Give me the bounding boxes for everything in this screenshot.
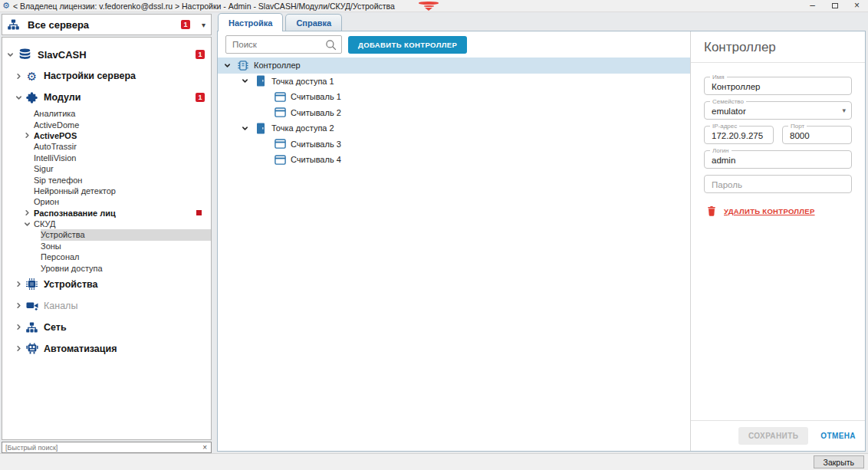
device-search <box>225 35 342 54</box>
tab-настройка[interactable]: Настройка <box>218 13 283 31</box>
minimize-button[interactable]: – <box>801 0 824 12</box>
statusbar: Закрыть <box>0 453 868 470</box>
chevron-down-icon[interactable] <box>15 94 25 101</box>
sidebar-item-label: ActiveDome <box>34 120 79 130</box>
sidebar-item-label: Устройства <box>44 279 98 290</box>
port-field-label: Порт <box>788 123 807 130</box>
reader-icon <box>274 138 286 150</box>
sidebar-item-sigur[interactable]: Sigur <box>2 163 211 174</box>
search-icon <box>325 39 337 51</box>
chevron-right-icon[interactable] <box>15 302 25 309</box>
ip-field-label: IP-адрес <box>710 123 739 130</box>
name-input[interactable] <box>705 77 851 94</box>
trash-icon <box>707 205 716 216</box>
family-select[interactable]: Семейство emulator ▾ <box>704 101 852 120</box>
sidebar-item-label: ActivePOS <box>34 131 77 140</box>
chevron-right-icon[interactable] <box>15 73 25 80</box>
password-field <box>704 175 852 193</box>
chevron-down-icon[interactable] <box>24 221 34 228</box>
camera-icon <box>25 299 38 312</box>
sidebar-item-аналитика[interactable]: Аналитика <box>2 108 211 119</box>
sidebar-item-уровни-доступа[interactable]: Уровни доступа <box>2 262 211 273</box>
chevron-right-icon[interactable] <box>24 132 34 139</box>
device-tree-pane: ДОБАВИТЬ КОНТРОЛЛЕР КонтроллерТочка дост… <box>218 31 690 451</box>
quick-search-input[interactable] <box>2 444 199 452</box>
sidebar-item-label: Уровни доступа <box>41 264 103 273</box>
delete-controller-link[interactable]: УДАЛИТЬ КОНТРОЛЛЕР <box>704 205 852 216</box>
sidebar-item-автоматизация[interactable]: Автоматизация <box>2 338 211 360</box>
chevron-right-icon[interactable] <box>24 209 34 216</box>
device-tree: КонтроллерТочка доступа 1Считываль 1Счит… <box>218 57 690 168</box>
sidebar-item-intellivision[interactable]: IntelliVision <box>2 153 211 163</box>
tab-label: Настройка <box>229 18 272 28</box>
chevron-right-icon[interactable] <box>15 281 25 288</box>
trassir-logo-icon <box>419 2 439 11</box>
sidebar-item-нейронный-детектор[interactable]: Нейронный детектор <box>2 186 211 196</box>
device-toolbar: ДОБАВИТЬ КОНТРОЛЛЕР <box>218 31 690 57</box>
add-controller-button[interactable]: ДОБАВИТЬ КОНТРОЛЛЕР <box>348 36 467 54</box>
sidebar-item-activedome[interactable]: ActiveDome <box>2 119 211 130</box>
chevron-down-icon[interactable] <box>224 62 237 69</box>
sidebar-item-label: Нейронный детектор <box>34 186 116 196</box>
chevron-down-icon[interactable] <box>242 125 255 132</box>
password-input[interactable] <box>705 176 851 192</box>
close-dialog-button[interactable]: Закрыть <box>814 455 864 468</box>
sidebar-item-autotrassir[interactable]: AutoTrassir <box>2 141 211 152</box>
caret-down-icon[interactable]: ▾ <box>202 21 205 29</box>
device-tree-item-точка-доступа-2[interactable]: Точка доступа 2 <box>218 120 690 136</box>
sidebar-item-label: IntelliVision <box>34 153 76 163</box>
device-search-input[interactable] <box>226 40 325 49</box>
login-field-label: Логин <box>710 147 732 154</box>
sidebar-item-персонал[interactable]: Персонал <box>2 251 211 262</box>
sidebar-item-label: Персонал <box>41 252 80 261</box>
chevron-down-icon[interactable] <box>242 77 255 84</box>
door-icon <box>255 122 267 134</box>
device-tree-item-точка-доступа-1[interactable]: Точка доступа 1 <box>218 74 690 90</box>
tab-label: Справка <box>296 18 331 28</box>
sidebar-item-label: Каналы <box>44 301 77 311</box>
network-icon <box>8 19 21 30</box>
sidebar-item-label: Настройки сервера <box>44 71 136 81</box>
device-tree-item-label: Считываль 1 <box>291 92 341 101</box>
device-tree-item-считываль-3[interactable]: Считываль 3 <box>218 136 690 153</box>
sidebar-item-label: AutoTrassir <box>34 142 77 151</box>
sidebar-item-устройства[interactable]: Устройства <box>2 274 211 295</box>
chevron-right-icon[interactable] <box>15 345 25 352</box>
device-tree-item-считываль-2[interactable]: Считываль 2 <box>218 105 690 121</box>
sidebar-item-устройства[interactable]: Устройства <box>2 229 211 240</box>
chevron-right-icon[interactable] <box>15 324 25 330</box>
tab-bar: НастройкаСправка <box>217 13 866 31</box>
sidebar-item-скуд[interactable]: СКУД <box>2 219 211 229</box>
cancel-button[interactable]: ОТМЕНА <box>820 432 856 440</box>
maximize-button[interactable] <box>824 0 846 12</box>
sidebar-item-каналы[interactable]: Каналы <box>2 295 211 317</box>
sidebar-item-зоны[interactable]: Зоны <box>2 241 211 251</box>
sidebar-item-модули[interactable]: Модули1 <box>2 87 211 108</box>
sidebar-item-орион[interactable]: Орион <box>2 196 211 207</box>
chevron-down-icon[interactable] <box>7 51 17 58</box>
device-tree-item-label: Точка доступа 1 <box>271 77 334 86</box>
titlebar: ⚙ < Владелец лицензии: v.fedorenko@dssl.… <box>0 0 868 12</box>
server-selector[interactable]: Все сервера 1 ▾ <box>2 14 212 35</box>
device-tree-item-label: Контроллер <box>254 61 301 70</box>
sidebar-item-сеть[interactable]: Сеть <box>2 317 211 338</box>
quick-search: × <box>2 442 212 453</box>
tab-справка[interactable]: Справка <box>285 14 342 31</box>
alert-badge: 1 <box>181 20 190 29</box>
name-field-label: Имя <box>710 74 727 81</box>
device-tree-item-считываль-4[interactable]: Считываль 4 <box>218 152 690 168</box>
close-window-button[interactable]: × <box>846 0 868 12</box>
name-field: Имя <box>704 77 852 95</box>
save-button[interactable]: СОХРАНИТЬ <box>738 427 808 445</box>
sidebar-item-label: Sip телефон <box>34 176 82 185</box>
sidebar-item-настройки-сервера[interactable]: ⚙Настройки сервера <box>2 65 211 87</box>
clear-search-icon[interactable]: × <box>199 444 211 452</box>
device-tree-item-label: Считываль 3 <box>291 140 341 149</box>
device-tree-item-считываль-1[interactable]: Считываль 1 <box>218 89 690 105</box>
sidebar-item-activepos[interactable]: ActivePOS <box>2 130 211 141</box>
sidebar-item-sip-телефон[interactable]: Sip телефон <box>2 174 211 185</box>
sidebar-item-распознавание-лиц[interactable]: Распознавание лиц <box>2 208 211 219</box>
sidebar-item-slavcash[interactable]: SlavCASH1 <box>2 44 211 65</box>
device-tree-item-контроллер[interactable]: Контроллер <box>218 58 690 74</box>
controller-icon <box>237 59 249 71</box>
